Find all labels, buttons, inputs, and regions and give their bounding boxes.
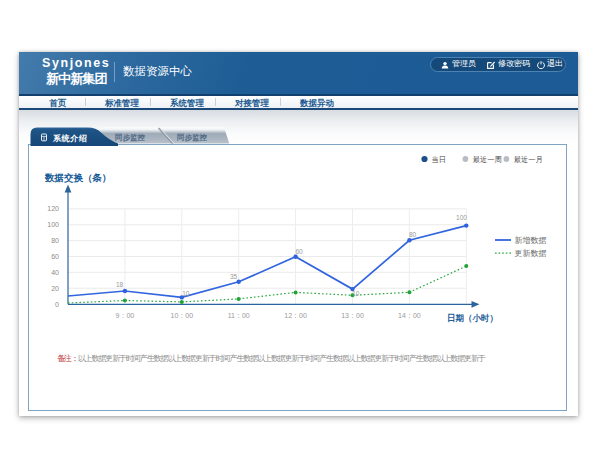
svg-text:新增数据: 新增数据 <box>515 236 547 245</box>
svg-text:数据交换（条）: 数据交换（条） <box>44 172 112 184</box>
svg-text:120: 120 <box>47 205 59 212</box>
svg-text:80: 80 <box>409 230 417 237</box>
svg-text:11：00: 11：00 <box>228 312 250 319</box>
svg-text:10: 10 <box>182 290 190 297</box>
svg-text:同步监控: 同步监控 <box>115 133 146 142</box>
svg-text:10：00: 10：00 <box>171 312 194 319</box>
svg-text:35: 35 <box>230 272 238 279</box>
svg-text:12：00: 12：00 <box>284 312 307 319</box>
svg-text:13：00: 13：00 <box>341 312 364 319</box>
svg-text:同步监控: 同步监控 <box>177 133 208 142</box>
svg-text:20: 20 <box>51 284 59 291</box>
svg-text:80: 80 <box>51 237 59 244</box>
svg-text:14：00: 14：00 <box>398 312 421 319</box>
svg-text:60: 60 <box>295 247 303 254</box>
svg-text:60: 60 <box>51 253 59 260</box>
svg-text:10: 10 <box>352 289 360 296</box>
svg-text:最近一周: 最近一周 <box>473 154 502 163</box>
svg-text:最近一月: 最近一月 <box>514 154 543 163</box>
svg-text:0: 0 <box>55 300 59 307</box>
svg-text:更新数据: 更新数据 <box>515 249 547 258</box>
svg-text:100: 100 <box>47 221 59 228</box>
svg-text:9：00: 9：00 <box>116 312 135 319</box>
svg-text:100: 100 <box>456 213 467 220</box>
svg-text:系统介绍: 系统介绍 <box>52 133 87 143</box>
svg-text:40: 40 <box>51 268 59 275</box>
svg-text:日期（小时）: 日期（小时） <box>447 313 498 323</box>
svg-text:18: 18 <box>116 281 124 288</box>
svg-text:当日: 当日 <box>432 154 447 163</box>
